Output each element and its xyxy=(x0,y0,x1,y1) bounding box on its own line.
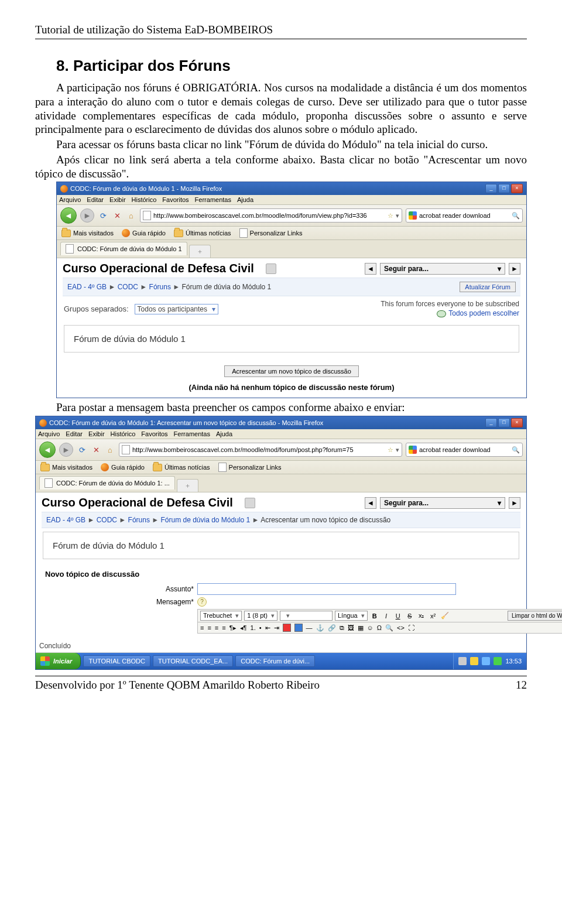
align-justify-icon[interactable]: ≡ xyxy=(222,624,225,631)
jump-next-button[interactable]: ► xyxy=(509,263,520,275)
find-icon[interactable]: 🔍 xyxy=(385,624,393,632)
crumb-ead[interactable]: EAD - 4º GB xyxy=(46,516,85,524)
task-item-2[interactable]: TUTORIAL CODC_EA... xyxy=(153,655,233,667)
text-color-icon[interactable] xyxy=(283,624,291,632)
menu-arquivo[interactable]: Arquivo xyxy=(59,196,81,203)
url-dropdown-icon[interactable]: ▾ xyxy=(396,446,399,454)
reload-icon[interactable]: ⟳ xyxy=(98,210,108,221)
star-icon[interactable]: ☆ xyxy=(388,446,393,454)
close-button[interactable]: × xyxy=(511,184,523,193)
maximize-button[interactable]: □ xyxy=(498,184,510,193)
update-forum-button[interactable]: Atualizar Fórum xyxy=(460,282,516,292)
url-dropdown-icon[interactable]: ▾ xyxy=(396,212,399,220)
tray-volume-icon[interactable] xyxy=(494,657,502,665)
align-right-icon[interactable]: ≡ xyxy=(215,624,218,631)
jump-select[interactable]: Seguir para...▾ xyxy=(380,263,505,275)
tray-icon[interactable] xyxy=(458,657,467,665)
align-left-icon[interactable]: ≡ xyxy=(200,624,204,631)
jump-prev-button[interactable]: ◄ xyxy=(365,263,376,275)
close-button[interactable]: × xyxy=(511,418,523,427)
subscription-note-2[interactable]: Todos podem escolher xyxy=(448,309,519,319)
fullscreen-icon[interactable]: ⛶ xyxy=(408,624,414,631)
menu-editar[interactable]: Editar xyxy=(87,196,104,203)
ltr-icon[interactable]: ¶▸ xyxy=(229,624,237,632)
start-button[interactable]: Iniciar xyxy=(36,653,81,669)
menu-favoritos[interactable]: Favoritos xyxy=(141,430,167,437)
bookmark-ultimas-noticias[interactable]: Últimas notícias xyxy=(153,464,210,471)
add-topic-button[interactable]: Acrescentar um novo tópico de discussão xyxy=(224,365,359,377)
outdent-icon[interactable]: ⇤ xyxy=(265,624,270,632)
forward-button[interactable]: ► xyxy=(59,443,73,457)
jump-prev-button[interactable]: ◄ xyxy=(365,497,376,509)
stop-icon[interactable]: ✕ xyxy=(112,210,122,221)
smiley-icon[interactable]: ☺ xyxy=(367,624,373,631)
crumb-ead[interactable]: EAD - 4º GB xyxy=(67,283,107,291)
list-ul-icon[interactable]: • xyxy=(259,624,262,631)
forward-button[interactable]: ► xyxy=(80,208,94,223)
crumb-forum[interactable]: Fórum de dúvia do Módulo 1 xyxy=(160,516,250,524)
menu-arquivo[interactable]: Arquivo xyxy=(38,430,60,437)
new-tab-button[interactable]: ＋ xyxy=(189,245,211,258)
tray-network-icon[interactable] xyxy=(482,657,490,665)
align-center-icon[interactable]: ≡ xyxy=(207,624,211,631)
new-tab-button[interactable]: ＋ xyxy=(177,479,198,492)
indent-icon[interactable]: ⇥ xyxy=(274,624,279,632)
crumb-foruns[interactable]: Fóruns xyxy=(149,283,171,291)
underline-icon[interactable]: U xyxy=(393,611,403,621)
bookmark-guia-rapido[interactable]: Guia rápido xyxy=(122,229,166,237)
crumb-foruns[interactable]: Fóruns xyxy=(128,516,150,524)
char-icon[interactable]: Ω xyxy=(377,624,382,631)
url-bar[interactable]: http://www.bombeiroscascavel.com.br/mood… xyxy=(140,208,402,223)
menu-editar[interactable]: Editar xyxy=(66,430,83,437)
bookmark-mais-visitados[interactable]: Mais visitados xyxy=(61,230,114,237)
menu-ajuda[interactable]: Ajuda xyxy=(216,430,232,437)
minimize-button[interactable]: _ xyxy=(485,418,497,427)
reload-icon[interactable]: ⟳ xyxy=(77,444,87,455)
table-icon[interactable]: ▦ xyxy=(358,624,364,632)
jump-next-button[interactable]: ► xyxy=(509,497,520,509)
input-subject[interactable] xyxy=(197,583,456,595)
subscript-icon[interactable]: x₂ xyxy=(417,611,426,621)
menu-ajuda[interactable]: Ajuda xyxy=(237,196,253,203)
menu-exibir[interactable]: Exibir xyxy=(88,430,105,437)
list-ol-icon[interactable]: 1. xyxy=(251,624,256,631)
clean-icon[interactable]: 🧹 xyxy=(440,611,450,621)
search-go-icon[interactable]: 🔍 xyxy=(512,446,520,454)
menu-historico[interactable]: Histórico xyxy=(132,196,157,203)
task-item-1[interactable]: TUTORIAL CBODC xyxy=(83,655,150,667)
maximize-button[interactable]: □ xyxy=(498,418,510,427)
jump-select[interactable]: Seguir para...▾ xyxy=(380,497,505,509)
editor-style-select[interactable] xyxy=(280,611,333,621)
bookmark-personalizar-links[interactable]: Personalizar Links xyxy=(218,463,282,472)
anchor-icon[interactable]: ⚓ xyxy=(316,624,324,632)
home-icon[interactable]: ⌂ xyxy=(126,210,136,221)
editor-lang-select[interactable]: Língua xyxy=(335,611,368,621)
minimize-button[interactable]: _ xyxy=(485,184,497,193)
menu-historico[interactable]: Histórico xyxy=(111,430,136,437)
search-box[interactable]: acrobat reader download 🔍 xyxy=(406,443,523,457)
link-icon[interactable]: 🔗 xyxy=(328,624,336,632)
stop-icon[interactable]: ✕ xyxy=(91,444,101,455)
groups-select[interactable]: Todos os participantes xyxy=(135,304,218,314)
crumb-codc[interactable]: CODC xyxy=(97,516,117,524)
editor-size-select[interactable]: 1 (8 pt) xyxy=(244,611,277,621)
bookmark-personalizar-links[interactable]: Personalizar Links xyxy=(239,228,303,238)
menu-exibir[interactable]: Exibir xyxy=(109,196,126,203)
bg-color-icon[interactable] xyxy=(294,624,303,632)
tab-active[interactable]: CODC: Fórum de dúvia do Módulo 1: ... xyxy=(39,476,175,490)
star-icon[interactable]: ☆ xyxy=(388,212,393,220)
unlink-icon[interactable]: ⧉ xyxy=(340,624,344,632)
help-icon[interactable]: ? xyxy=(197,597,207,607)
clean-word-button[interactable]: Limpar o html do Word xyxy=(508,611,562,621)
italic-icon[interactable]: I xyxy=(382,611,391,621)
menu-ferramentas[interactable]: Ferramentas xyxy=(195,196,231,203)
strike-icon[interactable]: S xyxy=(405,611,414,621)
tab-active[interactable]: CODC: Fórum de dúvia do Módulo 1 xyxy=(60,242,187,255)
task-item-3[interactable]: CODC: Fórum de dúvi... xyxy=(235,655,315,667)
bookmark-guia-rapido[interactable]: Guia rápido xyxy=(101,463,145,471)
rtl-icon[interactable]: ◂¶ xyxy=(240,624,247,632)
crumb-codc[interactable]: CODC xyxy=(118,283,138,291)
search-go-icon[interactable]: 🔍 xyxy=(512,212,520,220)
back-button[interactable]: ◄ xyxy=(60,207,77,224)
url-bar[interactable]: http://www.bombeiroscascavel.com.br/mood… xyxy=(119,443,402,457)
